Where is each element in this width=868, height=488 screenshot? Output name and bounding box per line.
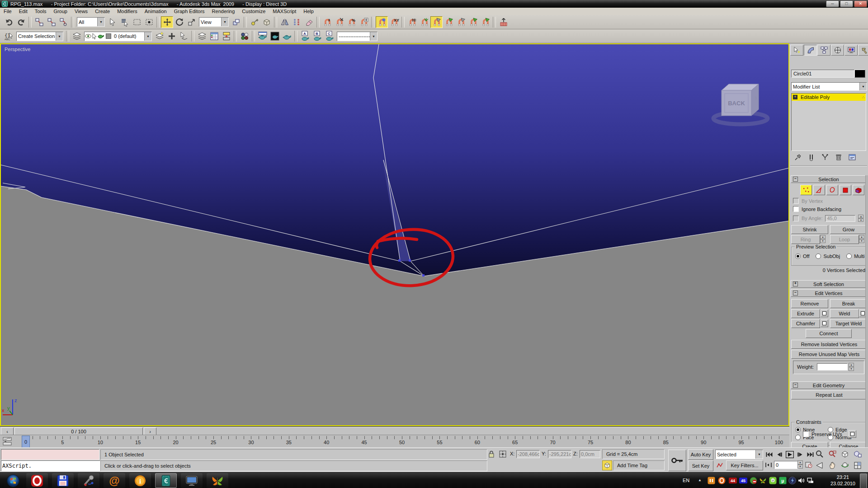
weight-field[interactable] — [817, 363, 848, 371]
bind-to-space-warp-icon[interactable] — [57, 16, 70, 28]
tray-badge-45[interactable]: 45 — [739, 478, 747, 483]
taskbar-opera-icon[interactable] — [26, 473, 48, 488]
ignore-backfacing-checkbox[interactable] — [793, 206, 799, 212]
connect-button[interactable]: Connect — [806, 329, 852, 338]
constraint-radio-none[interactable] — [795, 427, 801, 432]
menu-customize[interactable]: Customize — [238, 8, 269, 15]
stack-item-editable-poly[interactable]: + Editable Poly ∴ — [792, 94, 866, 101]
undo-icon[interactable] — [3, 16, 15, 28]
tray-badge-44[interactable]: 44 — [729, 478, 737, 483]
repeat-last-button[interactable]: Repeat Last — [791, 390, 867, 399]
chevron-down-icon[interactable]: ▼ — [370, 32, 377, 41]
tray-expand-icon[interactable]: ▲ — [698, 478, 702, 482]
polygon-mode-button[interactable] — [840, 185, 851, 195]
time-slider-prev-button[interactable]: ‹ — [1, 427, 14, 435]
rollout-soft-selection-header[interactable]: + Soft Selection — [791, 280, 867, 288]
quick-render-icon[interactable] — [281, 30, 293, 42]
angle-snap-toggle-icon[interactable] — [333, 16, 345, 28]
unlink-selection-icon[interactable] — [45, 16, 57, 28]
menu-maxscript[interactable]: MAXScript — [269, 8, 300, 15]
play-button[interactable] — [786, 450, 794, 459]
align-icon[interactable] — [291, 16, 303, 28]
spinner-snap-toggle-icon[interactable] — [358, 16, 370, 28]
snap-edge-icon[interactable] — [430, 16, 443, 28]
redo-icon[interactable] — [15, 16, 27, 28]
weld-button[interactable]: Weld — [830, 309, 859, 318]
chevron-down-icon[interactable]: ▼ — [56, 32, 63, 41]
chevron-down-icon[interactable]: ▼ — [221, 18, 228, 26]
modifier-list-dropdown[interactable]: Modifier List ▼ — [791, 82, 867, 91]
set-keys-button[interactable] — [668, 450, 686, 471]
collapse-button[interactable]: Collapse — [830, 442, 867, 447]
select-and-manipulate-icon[interactable] — [248, 16, 260, 28]
extrude-settings-button[interactable] — [821, 310, 828, 317]
rollout-edit-vertices-header[interactable]: − Edit Vertices — [791, 289, 867, 297]
preview-subobj[interactable]: SubObj — [816, 253, 840, 259]
select-by-name-icon[interactable] — [118, 16, 131, 28]
maximize-viewport-toggle[interactable] — [853, 461, 863, 470]
chevron-down-icon[interactable]: ▼ — [144, 32, 151, 41]
preview-off[interactable]: Off — [795, 253, 809, 259]
frame-0-marker[interactable]: 0 — [22, 436, 30, 448]
track-bar[interactable]: 5101520253035404550556065707580859095100… — [0, 435, 789, 448]
tray-download-icon[interactable] — [718, 477, 726, 484]
menu-file[interactable]: File — [0, 8, 15, 15]
layer-manager-icon[interactable] — [208, 30, 220, 42]
menu-modifiers[interactable]: Modifiers — [113, 8, 141, 15]
layer-bar[interactable]: 0 (default)▼ — [84, 32, 152, 41]
add-time-tag[interactable]: Add Time Tag — [613, 460, 665, 470]
snaps-axis-constraints-icon[interactable] — [376, 16, 388, 28]
ring-button[interactable]: Ring — [791, 235, 820, 244]
close-button[interactable]: ✕ — [854, 0, 867, 7]
selected-filter-dropdown[interactable]: Selected ▼ — [715, 450, 763, 459]
taskbar-utility-icon[interactable] — [78, 473, 99, 488]
time-configuration-icon[interactable] — [805, 461, 813, 469]
schematic-view-icon[interactable] — [220, 30, 232, 42]
perspective-viewport[interactable]: BACK 3 x y z Perspective — [0, 43, 789, 426]
render-preset-a-icon[interactable]: A — [299, 30, 311, 42]
expand-icon[interactable]: + — [793, 282, 798, 286]
time-slider-handle[interactable]: 0 / 100 — [14, 427, 143, 435]
modifier-stack[interactable]: + Editable Poly ∴ — [791, 93, 866, 151]
select-object-icon[interactable] — [106, 16, 118, 28]
by-angle-spinner[interactable]: ▲▼ — [858, 215, 863, 222]
reference-coordinate-dropdown[interactable]: View▼ — [199, 17, 229, 27]
language-indicator[interactable]: EN — [683, 478, 689, 483]
percent-snap-toggle-icon[interactable]: % — [345, 16, 358, 28]
tray-3dsmax-icon[interactable] — [759, 477, 767, 484]
tab-display[interactable] — [844, 45, 858, 56]
constraint-radio-face[interactable] — [795, 435, 801, 440]
taskbar-save-tool-icon[interactable] — [52, 473, 74, 488]
collapse-icon[interactable]: − — [793, 383, 798, 388]
preview-radio-multi[interactable] — [846, 253, 852, 259]
by-angle-checkbox[interactable] — [793, 216, 799, 221]
render-preset-c-icon[interactable]: C — [323, 30, 335, 42]
shrink-button[interactable]: Shrink — [791, 225, 828, 234]
zoom-button[interactable] — [815, 450, 825, 459]
taskbar-3dsmax-window-icon[interactable] — [155, 473, 177, 488]
stack-expand-icon[interactable]: + — [793, 95, 797, 99]
tray-volume-icon[interactable] — [797, 477, 805, 484]
weight-spinner[interactable]: ▲▼ — [849, 363, 854, 371]
menu-views[interactable]: Views — [71, 8, 91, 15]
snap-pivot-icon[interactable] — [479, 16, 491, 28]
zoom-extents-button[interactable] — [840, 450, 850, 459]
select-and-scale-icon[interactable] — [185, 16, 198, 28]
tab-hierarchy[interactable] — [817, 45, 830, 56]
crossing-insertion-icon[interactable] — [497, 16, 509, 28]
axis-constraints-xy-icon[interactable]: XY — [388, 16, 400, 28]
tray-network-icon[interactable] — [807, 477, 814, 484]
show-desktop-button[interactable] — [860, 474, 867, 488]
render-setup-icon[interactable] — [256, 30, 269, 42]
grow-button[interactable]: Grow — [830, 225, 867, 234]
use-pivot-point-icon[interactable] — [230, 16, 242, 28]
key-step-toggle-icon[interactable] — [765, 461, 772, 469]
snap-endpoint-icon[interactable] — [467, 16, 479, 28]
next-frame-button[interactable] — [796, 450, 804, 459]
rollout-edit-geometry-header[interactable]: − Edit Geometry — [791, 381, 867, 389]
taskbar-clock[interactable]: 23:21 23.02.2010 — [830, 474, 855, 487]
object-color-swatch[interactable] — [854, 70, 865, 78]
menu-edit[interactable]: Edit — [15, 8, 31, 15]
z-coord-field[interactable]: 0,0cm — [580, 450, 600, 458]
chevron-down-icon[interactable]: ▼ — [755, 450, 763, 459]
